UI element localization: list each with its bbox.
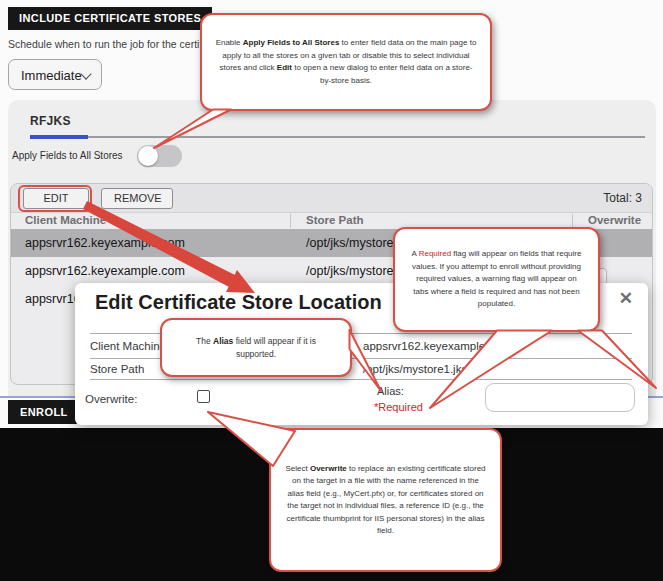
overwrite-checkbox[interactable]	[197, 390, 210, 403]
required-flag: *Required	[374, 401, 423, 413]
chevron-down-icon	[80, 68, 91, 79]
enroll-button[interactable]: ENROLL	[8, 400, 80, 424]
column-header-overwrite: Overwrite	[588, 214, 641, 226]
schedule-dropdown-value: Immediate	[21, 68, 82, 83]
screenshot-root: INCLUDE CERTIFICATE STORES Schedule when…	[0, 0, 663, 581]
toggle-knob	[138, 146, 158, 166]
tab-divider-line	[88, 136, 645, 138]
client-machine-label: Client Machine	[90, 340, 166, 352]
apply-fields-label: Apply Fields to All Stores	[12, 150, 123, 161]
include-certificate-stores-button[interactable]: INCLUDE CERTIFICATE STORES	[8, 7, 212, 30]
alias-label: Alias:	[377, 385, 404, 397]
store-path-value: /opt/jks/mystore1.jks	[363, 363, 467, 375]
column-header-client-machine: Client Machine	[25, 214, 106, 226]
remove-button[interactable]: REMOVE	[101, 188, 173, 209]
client-machine-value: appsrvr162.keyexample.com	[363, 340, 510, 352]
schedule-dropdown[interactable]: Immediate	[8, 59, 102, 90]
tab-rfjks[interactable]: RFJKS	[30, 114, 71, 128]
client-machine-cell: appsrvr162.keyexample.com	[25, 257, 185, 285]
column-header-store-path: Store Path	[306, 214, 364, 226]
alias-input[interactable]	[485, 383, 635, 412]
tab-active-underline	[30, 135, 88, 139]
total-count: Total: 3	[603, 184, 642, 213]
table-toolbar: EDIT REMOVE Total: 3	[11, 184, 652, 213]
modal-title: Edit Certificate Store Location	[95, 291, 382, 314]
edit-button[interactable]: EDIT	[23, 188, 89, 209]
store-path-label: Store Path	[90, 363, 144, 375]
callout-overwrite: Select Overwrite to replace an existing …	[269, 428, 502, 572]
overwrite-label: Overwrite:	[85, 393, 137, 405]
close-icon[interactable]: ✕	[619, 288, 633, 309]
column-divider	[290, 214, 291, 228]
column-divider	[572, 214, 573, 228]
callout-apply-fields: Enable Apply Fields to All Stores to ent…	[200, 13, 492, 111]
callout-alias-field: The Alias field will appear if it is sup…	[160, 318, 352, 377]
apply-fields-toggle[interactable]	[137, 145, 182, 167]
divider	[90, 379, 632, 380]
client-machine-cell: appsrvr162.keyexample.com	[25, 229, 185, 257]
callout-required-flag: A Required flag will appear on fields th…	[393, 227, 600, 332]
